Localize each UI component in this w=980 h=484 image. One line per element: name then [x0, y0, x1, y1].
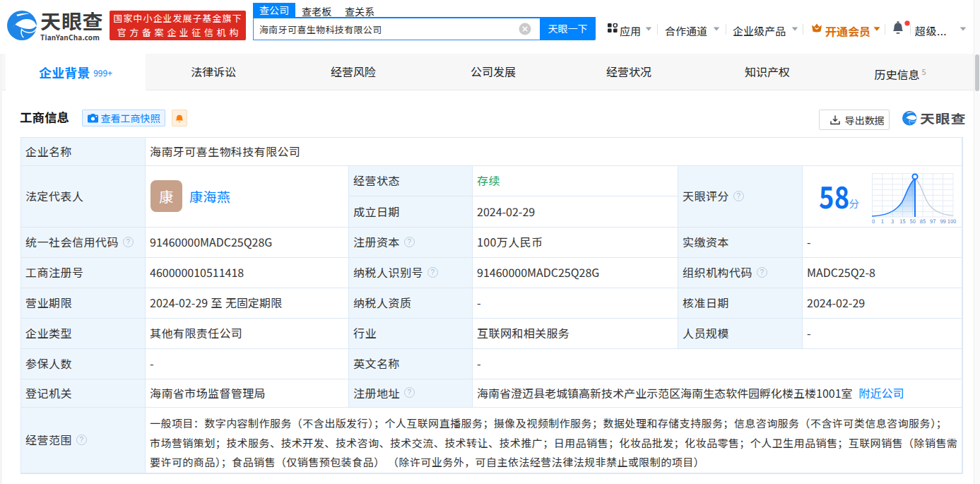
svg-text:85: 85	[920, 217, 926, 225]
svg-text:50: 50	[909, 217, 915, 225]
svg-text:99: 99	[940, 217, 945, 225]
svg-text:1: 1	[881, 217, 884, 225]
svg-text:3: 3	[891, 217, 894, 225]
svg-text:15: 15	[899, 217, 905, 225]
svg-text:97: 97	[930, 217, 935, 225]
svg-text:0: 0	[872, 217, 875, 225]
svg-text:100: 100	[947, 217, 957, 225]
